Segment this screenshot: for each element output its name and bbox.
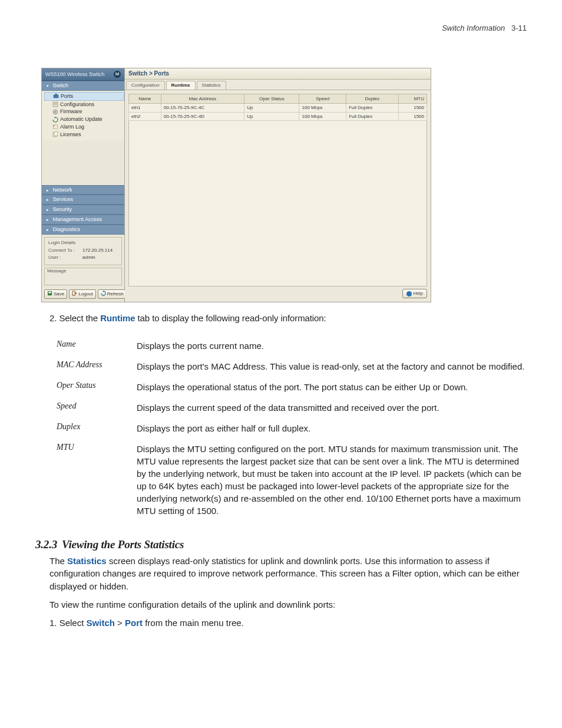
tab-label: Runtime [171,83,190,88]
svg-rect-13 [48,292,51,294]
nav-item-ports[interactable]: Ports [44,92,124,101]
nav-section-diagnostics[interactable]: ▸ Diagnostics [42,225,124,235]
nav-section-management-access[interactable]: ▸ Management Access [42,215,124,225]
def-row: Name Displays the ports current name. [57,340,527,352]
section-title: Viewing the Ports Statistics [62,538,184,551]
nav-section-services[interactable]: ▸ Services [42,195,124,205]
refresh-button[interactable]: Refresh [98,289,127,299]
nav-section-switch[interactable]: ▾ Switch [42,81,124,91]
def-desc: Displays the current speed of the data t… [137,401,527,414]
nav-tree-switch: Ports Configurations Firmware [42,91,124,141]
runtime-line: To view the runtime configuration detail… [49,598,527,611]
def-term: Oper Status [57,381,137,393]
tab-configuration[interactable]: Configuration [126,81,165,90]
nav-item-label: Ports [61,93,73,100]
update-icon [52,117,58,123]
caret-right-icon: ▸ [47,207,49,212]
def-row: Speed Displays the current speed of the … [57,401,527,414]
ports-icon [53,93,59,99]
svg-marker-7 [54,117,55,118]
refresh-icon [101,291,106,298]
help-button[interactable]: Help [402,289,427,298]
col-oper[interactable]: Oper Status [244,94,299,104]
tab-statistics[interactable]: Statistics [197,81,226,90]
nav-item-label: Firmware [60,108,82,115]
nav-item-automatic-update[interactable]: Automatic Update [44,116,124,123]
tab-runtime[interactable]: Runtime [166,81,196,90]
col-name[interactable]: Name [129,94,161,104]
header-title: Switch Information [442,24,505,32]
svg-point-6 [55,111,56,113]
cell-name: eth2 [129,112,161,121]
table-row[interactable]: eth1 00-15-70-25-9C-4C Up 100 Mbps Full … [129,104,427,113]
def-row: Oper Status Displays the operational sta… [57,381,527,393]
nav-item-label: Configurations [60,101,94,108]
login-user-value: admin [82,255,95,261]
logout-button[interactable]: Logout [69,289,95,299]
nav-section-label: Diagnostics [53,226,81,232]
table-row[interactable]: eth2 00-15-70-25-9C-4D Up 100 Mbps Full … [129,112,427,121]
section-number: 3.2.3 [35,538,57,551]
cell-mtu: 1500 [398,112,427,121]
cell-mtu: 1500 [398,104,427,113]
def-term: MAC Address [57,360,137,373]
save-label: Save [54,291,64,297]
content-pane: Switch > Ports Configuration Runtime Sta… [125,68,431,302]
nav-section-label: Management Access [53,216,103,222]
ports-table: Name Mac Address Oper Status Speed Duple… [128,94,427,121]
message-label: Message [47,268,66,274]
license-icon [52,131,58,137]
nav-item-alarm-log[interactable]: Alarm Log [44,123,124,131]
step1-kw2: Port [125,618,143,628]
config-icon [52,101,58,107]
def-desc: Displays the port as either half or full… [137,422,527,434]
cell-mac: 00-15-70-25-9C-4D [161,112,244,121]
nav-section-label: Security [53,206,72,212]
step-2-text: 2. Select the Runtime tab to display the… [49,313,527,323]
help-label: Help [414,291,423,297]
col-speed[interactable]: Speed [299,94,346,104]
tab-label: Configuration [131,83,160,88]
step2-suffix: tab to display the following read-only i… [135,313,326,323]
help-icon [406,291,412,297]
cell-speed: 100 Mbps [299,104,346,113]
def-term: MTU [57,443,137,517]
nav-section-switch-label: Switch [53,83,69,88]
alarm-icon [52,124,58,130]
save-button[interactable]: Save [44,289,67,299]
login-connect-value: 172.20.25.114 [82,248,113,253]
login-user-label: User : [48,255,80,261]
step1-suffix: from the main menu tree. [143,618,244,628]
header-page-num: 3-11 [511,24,527,32]
save-icon [47,291,52,298]
stats-pre: The [49,556,67,566]
col-mac[interactable]: Mac Address [161,94,244,104]
nav-item-licenses[interactable]: Licenses [44,131,124,139]
step2-prefix: 2. Select the [49,313,100,323]
cell-mac: 00-15-70-25-9C-4C [161,104,244,113]
step1-prefix: 1. Select [49,618,87,628]
caret-right-icon: ▸ [47,188,49,192]
col-duplex[interactable]: Duplex [346,94,398,104]
def-desc: Displays the port's MAC Address. This va… [137,360,527,373]
col-mtu[interactable]: MTU [398,94,427,104]
cell-duplex: Full Duplex [346,112,398,121]
nav-section-network[interactable]: ▸ Network [42,185,124,195]
firmware-icon [52,109,58,115]
nav-item-firmware[interactable]: Firmware [44,108,124,116]
def-term: Speed [57,401,137,414]
nav-item-configurations[interactable]: Configurations [44,101,124,108]
caret-right-icon: ▸ [47,197,49,202]
nav-section-security[interactable]: ▸ Security [42,205,124,215]
step-1-text: 1. Select Switch > Port from the main me… [49,617,527,629]
login-details: Login Details Connect To : 172.20.25.114… [44,237,122,266]
nav-section-label: Network [53,187,72,193]
svg-point-9 [54,126,55,127]
nav-item-label: Automatic Update [60,116,103,123]
def-desc: Displays the MTU setting configured on t… [137,443,527,517]
logout-icon [72,291,77,298]
brand-title: WS5100 Wireless Switch [45,71,105,78]
content-footer: Help [125,286,431,302]
refresh-label: Refresh [107,291,124,297]
def-row: MTU Displays the MTU setting configured … [57,443,527,517]
